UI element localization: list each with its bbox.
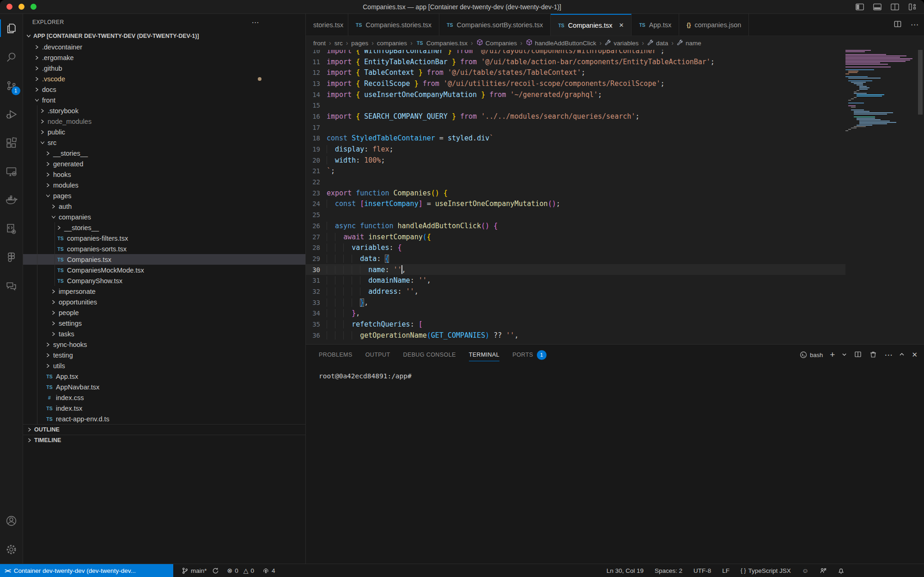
split-editor-icon[interactable] bbox=[893, 19, 902, 30]
tree-folder-public[interactable]: public bbox=[23, 127, 305, 137]
code-line-23[interactable]: 23export function Companies() { bbox=[306, 188, 845, 199]
code-line-17[interactable]: 17 bbox=[306, 122, 845, 133]
code-editor[interactable]: 10import { WithTopBarContainer } from '@… bbox=[306, 50, 924, 344]
code-line-33[interactable]: 33 }, bbox=[306, 297, 845, 308]
code-line-18[interactable]: 18const StyledTableContainer = styled.di… bbox=[306, 133, 845, 144]
tab-companies.json[interactable]: {}companies.json bbox=[679, 14, 749, 36]
tree-file-App.tsx[interactable]: TSApp.tsx bbox=[23, 371, 305, 382]
tree-folder-hooks[interactable]: hooks bbox=[23, 169, 305, 180]
tree-folder-impersonate[interactable]: impersonate bbox=[23, 286, 305, 297]
feedback-icon[interactable]: ☺ bbox=[802, 567, 808, 574]
tree-file-index.css[interactable]: #index.css bbox=[23, 392, 305, 403]
tree-folder-node_modules[interactable]: node_modules bbox=[23, 116, 305, 127]
tab-stories.tsx[interactable]: stories.tsx bbox=[306, 14, 348, 36]
breadcrumb-name[interactable]: name bbox=[677, 39, 701, 47]
breadcrumb-front[interactable]: front bbox=[313, 40, 326, 47]
code-line-21[interactable]: 21`; bbox=[306, 166, 845, 177]
tree-folder-generated[interactable]: generated bbox=[23, 158, 305, 169]
settings-icon[interactable] bbox=[0, 535, 23, 564]
tree-folder-.vscode[interactable]: .vscode bbox=[23, 73, 305, 84]
tree-folder-testing[interactable]: testing bbox=[23, 350, 305, 360]
tree-file-companies-filters.tsx[interactable]: TScompanies-filters.tsx bbox=[23, 233, 305, 243]
code-line-30[interactable]: 30 name: '', bbox=[306, 264, 845, 275]
toggle-panel-icon[interactable] bbox=[872, 2, 882, 12]
editor-scrollbar[interactable] bbox=[918, 50, 923, 344]
git-branch-status[interactable]: main* bbox=[182, 567, 219, 574]
panel-tab-debug-console[interactable]: DEBUG CONSOLE bbox=[403, 345, 456, 365]
code-line-11[interactable]: 11import { EntityTableActionBar } from '… bbox=[306, 56, 845, 67]
breadcrumb-handleAddButtonClick[interactable]: handleAddButtonClick bbox=[526, 39, 596, 47]
breadcrumb-pages[interactable]: pages bbox=[351, 40, 368, 47]
code-line-25[interactable]: 25 bbox=[306, 209, 845, 220]
tree-folder-opportunities[interactable]: opportunities bbox=[23, 297, 305, 307]
remote-indicator[interactable]: >< Container dev-twenty-dev (dev-twenty-… bbox=[0, 564, 173, 577]
tree-folder-.storybook[interactable]: .storybook bbox=[23, 105, 305, 116]
tree-folder-docs[interactable]: docs bbox=[23, 84, 305, 95]
code-line-35[interactable]: 35 refetchQueries: [ bbox=[306, 319, 845, 330]
code-line-29[interactable]: 29 data: { bbox=[306, 253, 845, 264]
scrollbar-thumb[interactable] bbox=[918, 50, 923, 115]
tree-folder-tasks[interactable]: tasks bbox=[23, 328, 305, 339]
toggle-secondary-sidebar-icon[interactable] bbox=[890, 2, 900, 12]
tab-Companies.stories.tsx[interactable]: TSCompanies.stories.tsx bbox=[348, 14, 439, 36]
panel-more-actions-icon[interactable]: ⋯ bbox=[884, 350, 892, 360]
minimap[interactable] bbox=[845, 50, 912, 344]
tree-folder-people[interactable]: people bbox=[23, 307, 305, 318]
breadcrumb-companies[interactable]: companies bbox=[377, 40, 407, 47]
tree-folder-front[interactable]: front bbox=[23, 95, 305, 105]
comments-icon[interactable] bbox=[0, 272, 23, 300]
toggle-sidebar-icon[interactable] bbox=[855, 2, 865, 12]
tree-folder-auth[interactable]: auth bbox=[23, 201, 305, 212]
figma-icon[interactable] bbox=[0, 243, 23, 272]
tree-folder-modules[interactable]: modules bbox=[23, 180, 305, 190]
code-line-20[interactable]: 20 width: 100%; bbox=[306, 155, 845, 166]
remote-session-icon[interactable] bbox=[820, 567, 827, 574]
breadcrumb-data[interactable]: data bbox=[647, 39, 668, 47]
notifications-bell-icon[interactable] bbox=[838, 567, 845, 574]
new-terminal-icon[interactable]: + bbox=[830, 350, 835, 360]
tree-folder-.github[interactable]: .github bbox=[23, 63, 305, 73]
code-line-16[interactable]: 16import { SEARCH_COMPANY_QUERY } from '… bbox=[306, 111, 845, 122]
terminal-dropdown-icon[interactable] bbox=[842, 352, 847, 358]
panel-tab-terminal[interactable]: TERMINAL bbox=[469, 345, 499, 365]
tree-file-CompaniesMockMode.tsx[interactable]: TSCompaniesMockMode.tsx bbox=[23, 265, 305, 275]
problems-status[interactable]: ⊗ 0 △ 0 bbox=[227, 567, 255, 574]
breadcrumb-src[interactable]: src bbox=[334, 40, 343, 47]
tree-folder-pages[interactable]: pages bbox=[23, 190, 305, 201]
docker-icon[interactable] bbox=[0, 186, 23, 214]
tree-folder-__stories__[interactable]: __stories__ bbox=[23, 148, 305, 158]
breadcrumb-Companies.tsx[interactable]: TSCompanies.tsx bbox=[416, 40, 468, 47]
kill-terminal-icon[interactable] bbox=[869, 350, 877, 360]
code-line-10[interactable]: 10import { WithTopBarContainer } from '@… bbox=[306, 50, 845, 56]
terminal-profile[interactable]: bash bbox=[800, 351, 823, 358]
dev-container-icon[interactable] bbox=[0, 214, 23, 243]
code-line-28[interactable]: 28 variables: { bbox=[306, 242, 845, 253]
code-line-36[interactable]: 36 getOperationName(GET_COMPANIES) ?? ''… bbox=[306, 330, 845, 341]
close-tab-icon[interactable]: ✕ bbox=[619, 22, 624, 29]
tree-file-AppNavbar.tsx[interactable]: TSAppNavbar.tsx bbox=[23, 382, 305, 392]
tree-file-companies-sorts.tsx[interactable]: TScompanies-sorts.tsx bbox=[23, 243, 305, 254]
workspace-section-header[interactable]: APP [CONTAINER DEV-TWENTY-DEV (DEV-TWENT… bbox=[23, 30, 305, 42]
breadcrumb-variables[interactable]: variables bbox=[605, 39, 638, 47]
tree-folder-settings[interactable]: settings bbox=[23, 318, 305, 328]
ports-status[interactable]: 4 bbox=[262, 567, 275, 574]
tree-folder-companies[interactable]: companies bbox=[23, 212, 305, 222]
indentation-status[interactable]: Spaces: 2 bbox=[655, 567, 682, 574]
breadcrumb-Companies[interactable]: Companies bbox=[476, 39, 517, 47]
tree-folder-__stories__[interactable]: __stories__ bbox=[23, 222, 305, 233]
run-debug-icon[interactable] bbox=[0, 100, 23, 128]
panel-tab-output[interactable]: OUTPUT bbox=[365, 345, 390, 365]
code-line-32[interactable]: 32 address: '', bbox=[306, 286, 845, 297]
editor-more-actions-icon[interactable]: ⋯ bbox=[911, 20, 918, 30]
tab-Companies.tsx[interactable]: TSCompanies.tsx✕ bbox=[551, 14, 632, 36]
tree-folder-.devcontainer[interactable]: .devcontainer bbox=[23, 42, 305, 52]
terminal-output[interactable]: root@0a42ecd84891:/app# bbox=[306, 365, 924, 380]
code-line-27[interactable]: 27 await insertCompany({ bbox=[306, 231, 845, 243]
panel-tab-problems[interactable]: PROBLEMS bbox=[319, 345, 353, 365]
tree-folder-src[interactable]: src bbox=[23, 137, 305, 148]
customize-layout-icon[interactable] bbox=[907, 2, 918, 12]
tree-file-index.tsx[interactable]: TSindex.tsx bbox=[23, 403, 305, 413]
source-control-icon[interactable]: 1 bbox=[0, 71, 23, 100]
code-line-13[interactable]: 13import { RecoilScope } from '@/ui/util… bbox=[306, 78, 845, 89]
zoom-window-button[interactable] bbox=[30, 4, 36, 10]
